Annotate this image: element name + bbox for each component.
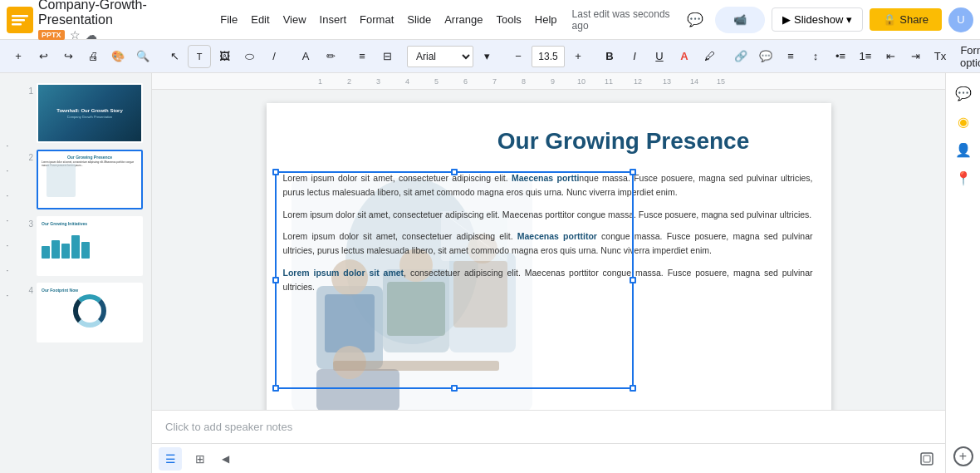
expand-btn[interactable] [915,447,938,471]
bar-3 [61,244,70,259]
line-spacing-btn[interactable]: ≡ [350,45,374,68]
left-ruler-mark-5: · [2,239,13,251]
numbered-list-btn[interactable]: 1≡ [854,45,877,68]
slide-3-thumb[interactable]: Our Growing Initiatives [37,216,143,276]
slide-3-num: 3 [22,216,33,229]
font-size-input[interactable] [532,46,565,67]
italic-btn[interactable]: I [623,45,646,68]
line-height-btn[interactable]: ↕ [804,45,827,68]
ruler-6: 6 [463,77,468,86]
ruler-13: 13 [663,77,671,86]
pencil-btn[interactable]: ✏ [319,45,342,68]
last-edit-label: Last edit was seconds ago [572,8,677,32]
doc-title-area: Company-Growth-Presentation PPTX ☆ ☁ [38,0,202,42]
filmstrip-view-btn[interactable]: ☰ [159,447,182,471]
bottom-bar: ☰ ⊞ ◀ [152,443,945,473]
shapes-btn[interactable]: ⬭ [238,45,261,68]
menu-arrange[interactable]: Arrange [438,10,489,29]
collapse-panel-btn[interactable]: ◀ [222,453,229,465]
insert-btn[interactable]: + [7,45,30,68]
svg-rect-21 [921,453,933,465]
user-avatar[interactable]: U [948,7,973,32]
paint-format-btn[interactable]: 🎨 [106,45,130,68]
font-size-increase-btn[interactable]: + [566,45,590,68]
slide-3-wrapper[interactable]: 3 Our Growing Initiatives [15,213,151,279]
app-icon [7,7,33,33]
menu-help[interactable]: Help [528,10,564,29]
ruler-7: 7 [492,77,497,86]
rs-add-btn[interactable]: + [953,446,973,466]
undo-btn[interactable]: ↩ [32,45,55,68]
menu-insert[interactable]: Insert [313,10,354,29]
line-btn[interactable]: / [262,45,286,68]
comment-inline-btn[interactable]: 💬 [754,45,777,68]
main-area: · · · · · · · 1 Townhall: Our Growth Sto… [0,73,980,473]
bar-4 [71,235,80,259]
slide-4-thumb[interactable]: Our Footprint Now [37,283,143,342]
menu-edit[interactable]: Edit [244,10,276,29]
bg-color-btn[interactable]: A [294,45,317,68]
grid-view-btn[interactable]: ⊞ [189,447,212,471]
format-options-button[interactable]: Format options [953,41,980,72]
speaker-notes[interactable]: Click to add speaker notes [152,410,945,443]
decrease-indent-btn[interactable]: ⇤ [879,45,902,68]
menu-format[interactable]: Format [353,10,400,29]
meet-icon-symbol: 📹 [733,13,747,26]
clear-format-btn[interactable]: Tx [929,45,952,68]
indent-btn[interactable]: ⊟ [375,45,399,68]
slide-4-wrapper[interactable]: 4 Our Footprint Now [15,279,151,346]
text-color-btn[interactable]: A [673,45,696,68]
menu-slide[interactable]: Slide [400,10,438,29]
svg-rect-1 [12,15,28,17]
slide-canvas[interactable]: Our Growing Presence [267,103,831,410]
print-btn[interactable]: 🖨 [81,45,105,68]
rs-contacts-icon[interactable]: 👤 [950,136,977,163]
ruler: 1 2 3 4 5 6 7 8 9 10 11 12 13 14 15 [152,73,945,90]
menu-view[interactable]: View [277,10,313,29]
slide-title[interactable]: Our Growing Presence [433,128,815,155]
alignment-btn[interactable]: ≡ [779,45,802,68]
slide-1-thumb[interactable]: Townhall: Our Growth Story Company Growt… [37,83,143,143]
doc-title[interactable]: Company-Growth-Presentation [38,0,202,27]
increase-indent-btn[interactable]: ⇥ [904,45,927,68]
slideshow-dropdown-icon[interactable]: ▾ [846,13,852,26]
rs-tasks-icon[interactable]: ◉ [950,108,977,135]
zoom-btn[interactable]: 🔍 [131,45,154,68]
comment-icon[interactable]: 💬 [682,7,708,33]
font-dropdown-btn[interactable]: ▾ [475,45,498,68]
link-btn[interactable]: 🔗 [729,45,752,68]
meet-icon[interactable]: 📹 [715,7,765,33]
textbox-btn[interactable]: T [188,45,211,68]
ruler-15: 15 [717,77,725,86]
menu-file[interactable]: File [213,10,244,29]
handle-mid-left[interactable] [272,277,279,283]
rs-maps-icon[interactable]: 📍 [950,165,977,191]
highlight-btn[interactable]: 🖊 [698,45,721,68]
menu-tools[interactable]: Tools [489,10,527,29]
canvas-scroll[interactable]: Our Growing Presence [152,90,945,410]
slide-panel: 1 Townhall: Our Growth Story Company Gro… [15,73,152,473]
slideshow-button[interactable]: ▶ Slideshow ▾ [772,7,863,32]
share-button[interactable]: 🔒 Share [870,8,942,31]
image-btn[interactable]: 🖼 [213,45,236,68]
slide-2-wrapper[interactable]: 2 Our Growing Presence Lorem ipsum dolor… [15,146,151,213]
handle-top-left[interactable] [272,169,279,175]
redo-btn[interactable]: ↪ [56,45,80,68]
ruler-14: 14 [690,77,698,86]
slideshow-label: Slideshow [794,13,843,26]
notes-placeholder: Click to add speaker notes [165,421,292,433]
rs-chat-icon[interactable]: 💬 [950,80,977,106]
bold-btn[interactable]: B [598,45,621,68]
cursor-btn[interactable]: ↖ [163,45,186,68]
slide-1-wrapper[interactable]: 1 Townhall: Our Growth Story Company Gro… [15,80,151,146]
bar-5 [81,242,90,259]
handle-bottom-left[interactable] [272,385,279,392]
font-selector[interactable]: Arial [407,46,473,67]
slide-4-circle [73,294,106,328]
slide-2-thumb[interactable]: Our Growing Presence Lorem ipsum dolor s… [37,150,143,209]
underline-btn[interactable]: U [648,45,671,68]
bullets-btn[interactable]: •≡ [829,45,852,68]
font-size-decrease-btn[interactable]: − [507,45,530,68]
left-ruler-mark-7: · [2,289,13,301]
canvas-area: 1 2 3 4 5 6 7 8 9 10 11 12 13 14 15 Our … [152,73,945,473]
